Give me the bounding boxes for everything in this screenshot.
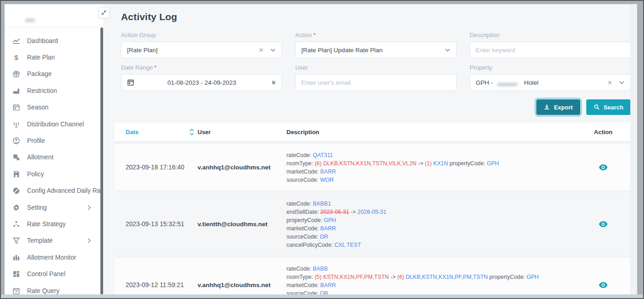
app-logo-redacted [26,15,55,21]
filter-description: Description [470,32,631,58]
sidebar-item-label: Rate Query [27,288,96,294]
sidebar-item-rate-query[interactable]: ?Rate Query [5,283,100,294]
sidebar-item-label: Config Advanced Daily Rate [27,187,100,194]
sidebar-item-label: Policy [27,171,96,178]
column-header-date[interactable]: Date [115,129,198,136]
rate-query-icon: ? [12,287,20,294]
cell-action [576,193,631,255]
activity-log-table: Date User Description Action 2023-09-18 … [115,123,631,294]
sidebar-item-dashboard[interactable]: Dashboard [5,33,100,49]
sidebar-header [5,4,103,27]
sidebar-item-allotment-monitor[interactable]: Allotment Monitor [5,249,100,266]
chevron-down-icon[interactable] [270,47,276,53]
cell-date: 2023-09-12 11:59:21 [115,258,198,294]
sidebar-item-label: Season [27,104,96,111]
filter-user: User [295,64,456,91]
sidebar-item-profile[interactable]: Profile [5,132,100,149]
date-range-value: 01-08-2023 - 24-09-2023 [138,79,265,86]
sidebar-item-label: Allotment Monitor [27,254,96,261]
sidebar-item-control-panel[interactable]: Control Panel [5,266,100,282]
chevron-down-icon[interactable] [619,80,625,86]
table-row: 2023-09-18 17:16:40v.anhhq1@cloudhms.net… [115,144,631,190]
sidebar-item-restriction[interactable]: Restriction [5,82,100,99]
sidebar-item-label: Control Panel [27,271,96,277]
sidebar-item-label: Rate Strategy [27,221,96,228]
view-details-button[interactable] [597,219,610,229]
clear-icon[interactable]: ✕ [271,80,276,86]
cell-date: 2023-09-13 15:32:51 [115,193,198,255]
export-button[interactable]: Export [536,99,580,115]
cell-description: rateCode: BABBroomType: (5) KSTN,KX1N,PF… [286,258,576,294]
description-label: Description [470,32,500,38]
table-row: 2023-09-12 11:59:21v.anhhq1@cloudhms.net… [115,258,631,294]
column-header-action: Action [576,129,631,136]
search-button[interactable]: Search [586,99,631,115]
description-input[interactable] [470,42,631,58]
clear-icon[interactable]: ✕ [607,80,612,86]
sidebar-item-allotment[interactable]: Allotment [5,149,100,166]
cell-user: v.anhhq1@cloudhms.net [198,144,286,190]
sidebar: Dashboard$Rate PlanPackageRestrictionSea… [5,4,103,294]
action-group-select[interactable]: [Rate Plan] ✕ [121,42,282,58]
svg-text:$: $ [14,54,18,61]
template-icon [12,237,20,245]
property-select[interactable]: GPH - Hotel ✕ [470,74,631,91]
sidebar-item-rate-plan[interactable]: $Rate Plan [5,49,100,65]
cell-description: rateCode: BABB1endSellDate: 2023-05-31 -… [286,193,576,255]
policy-icon [12,170,20,178]
sidebar-item-rate-strategy[interactable]: Rate Strategy [5,216,100,232]
season-icon [12,103,20,111]
page-title: Activity Log [121,11,631,22]
clear-icon[interactable]: ✕ [259,47,264,53]
property-value-redacted [497,80,519,85]
main-scrollbar[interactable] [630,4,637,294]
sidebar-item-season[interactable]: Season [5,99,100,116]
view-details-button[interactable] [597,280,610,290]
window-frame: Dashboard$Rate PlanPackageRestrictionSea… [0,0,644,299]
sidebar-item-package[interactable]: Package [5,66,100,82]
sidebar-item-label: Distribution Channel [27,121,96,128]
eye-icon [599,221,608,228]
table-header: Date User Description Action [115,123,631,141]
filter-property: Property GPH - Hotel ✕ [470,64,631,91]
filters-section: Action Group [Rate Plan] ✕ Action* [Rate… [121,32,631,91]
restriction-icon [12,87,20,95]
sidebar-item-label: Allotment [27,154,96,161]
sidebar-item-policy[interactable]: Policy [5,166,100,182]
column-header-user[interactable]: User [198,129,286,136]
control-panel-icon [12,270,20,278]
sidebar-item-config-advanced-daily-rate[interactable]: Config Advanced Daily Rate [5,183,100,199]
cell-action [576,144,631,190]
sidebar-collapse-button[interactable] [98,7,110,18]
filter-date-range: Date Range* 01-08-2023 - 24-09-2023 ✕ [121,64,282,91]
date-range-input[interactable]: 01-08-2023 - 24-09-2023 ✕ [121,74,282,91]
cell-user: v.anhhq1@cloudhms.net [198,258,286,294]
chevron-right-icon [86,238,92,244]
profile-icon [12,137,20,145]
sidebar-item-label: Dashboard [27,38,96,44]
sidebar-item-label: Profile [27,137,96,144]
cell-date: 2023-09-18 17:16:40 [115,144,198,190]
property-value-prefix: GPH - [476,79,493,86]
cell-description: rateCode: QAT311roomType: (6) DLKB,KSTN,… [286,144,576,190]
column-header-description[interactable]: Description [286,129,576,136]
filter-action-group: Action Group [Rate Plan] ✕ [121,32,282,58]
sidebar-item-distribution-channel[interactable]: Distribution Channel [5,116,100,132]
search-icon [594,104,600,110]
sidebar-item-label: Rate Plan [27,54,96,61]
user-email-input[interactable] [295,74,456,91]
action-group-label: Action Group [121,32,156,38]
chevron-down-icon[interactable] [445,47,451,53]
sort-icon[interactable] [189,129,195,136]
required-mark: * [313,32,315,38]
sidebar-item-template[interactable]: Template [5,233,100,249]
package-icon [12,70,20,78]
sidebar-item-setting[interactable]: Setting [5,199,100,216]
eye-icon [599,282,608,288]
action-label: Action [295,32,312,38]
action-select[interactable]: [Rate Plan] Update Rate Plan [295,42,456,58]
sidebar-item-label: Template [27,237,86,244]
actions-row: Export Search [121,99,631,115]
view-details-button[interactable] [597,162,610,173]
sidebar-item-label: Restriction [27,87,96,94]
